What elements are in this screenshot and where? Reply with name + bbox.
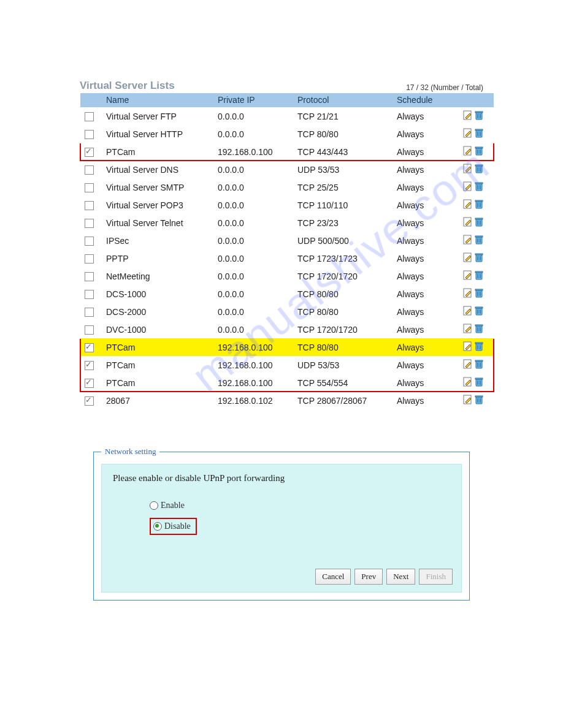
row-schedule: Always [393, 232, 459, 249]
row-checkbox[interactable] [85, 201, 94, 210]
table-row: Virtual Server POP30.0.0.0TCP 110/110Alw… [80, 196, 494, 214]
trash-icon[interactable] [474, 288, 484, 300]
edit-icon[interactable] [463, 252, 473, 264]
table-header-row: Name Private IP Protocol Schedule [80, 93, 494, 107]
row-schedule: Always [393, 143, 459, 161]
row-schedule: Always [393, 320, 459, 338]
radio-disable[interactable] [153, 522, 162, 531]
trash-icon[interactable] [474, 377, 484, 389]
row-checkbox[interactable] [85, 254, 94, 264]
row-schedule: Always [393, 267, 459, 285]
edit-icon[interactable] [463, 324, 473, 335]
col-header-protocol: Protocol [294, 93, 393, 107]
edit-icon[interactable] [463, 128, 473, 140]
row-checkbox[interactable] [85, 148, 94, 157]
row-name: PTCam [102, 374, 214, 392]
virtual-server-count: 17 / 32 (Number / Total) [406, 83, 483, 92]
trash-icon[interactable] [474, 306, 484, 317]
row-checkbox[interactable] [85, 325, 94, 335]
row-protocol: TCP 110/110 [294, 196, 393, 214]
radio-enable-row[interactable]: Enable [150, 501, 450, 510]
trash-icon[interactable] [474, 324, 484, 335]
row-checkbox[interactable] [85, 396, 94, 406]
prev-button[interactable]: Prev [354, 569, 383, 585]
table-row: DCS-20000.0.0.0TCP 80/80Always [80, 303, 494, 320]
row-checkbox[interactable] [85, 308, 94, 317]
table-row: DVC-10000.0.0.0TCP 1720/1720Always [80, 320, 494, 338]
edit-icon[interactable] [463, 341, 473, 353]
edit-icon[interactable] [463, 377, 473, 389]
row-checkbox[interactable] [85, 183, 94, 192]
edit-icon[interactable] [463, 270, 473, 282]
table-row: Virtual Server SMTP0.0.0.0TCP 25/25Alway… [80, 178, 494, 196]
trash-icon[interactable] [474, 128, 484, 140]
edit-icon[interactable] [463, 288, 473, 300]
table-row: Virtual Server Telnet0.0.0.0TCP 23/23Alw… [80, 214, 494, 232]
row-name: DCS-2000 [102, 303, 214, 320]
row-checkbox[interactable] [85, 112, 94, 121]
edit-icon[interactable] [463, 146, 473, 157]
trash-icon[interactable] [474, 164, 484, 175]
row-schedule: Always [393, 125, 459, 143]
table-row: PTCam192.168.0.100TCP 443/443Always [80, 143, 494, 161]
trash-icon[interactable] [474, 395, 484, 406]
edit-icon[interactable] [463, 235, 473, 246]
svg-rect-8 [475, 129, 483, 131]
row-name: Virtual Server DNS [102, 161, 214, 178]
row-checkbox[interactable] [85, 379, 94, 388]
cancel-button[interactable]: Cancel [315, 569, 351, 585]
table-row: NetMeeting0.0.0.0TCP 1720/1720Always [80, 267, 494, 285]
row-protocol: TCP 80/80 [294, 303, 393, 320]
svg-rect-38 [475, 218, 483, 219]
edit-icon[interactable] [463, 181, 473, 193]
row-private-ip: 0.0.0.0 [214, 249, 294, 267]
col-header-name: Name [102, 93, 214, 107]
row-private-ip: 0.0.0.0 [214, 232, 294, 249]
next-button[interactable]: Next [386, 569, 415, 585]
trash-icon[interactable] [474, 341, 484, 353]
edit-icon[interactable] [463, 199, 473, 211]
row-name: NetMeeting [102, 267, 214, 285]
row-checkbox[interactable] [85, 237, 94, 246]
edit-icon[interactable] [463, 164, 473, 175]
network-setting-fieldset: Network setting Please enable or disable… [93, 447, 470, 601]
row-private-ip: 0.0.0.0 [214, 303, 294, 320]
row-protocol: TCP 554/554 [294, 374, 393, 392]
row-name: Virtual Server POP3 [102, 196, 214, 214]
trash-icon[interactable] [474, 199, 484, 211]
edit-icon[interactable] [463, 306, 473, 317]
trash-icon[interactable] [474, 270, 484, 282]
row-checkbox[interactable] [85, 165, 94, 175]
svg-rect-74 [475, 325, 483, 326]
row-schedule: Always [393, 392, 459, 409]
row-checkbox[interactable] [85, 290, 94, 299]
trash-icon[interactable] [474, 217, 484, 229]
trash-icon[interactable] [474, 252, 484, 264]
row-protocol: TCP 25/25 [294, 178, 393, 196]
network-setting-legend: Network setting [101, 447, 159, 457]
svg-rect-56 [475, 271, 483, 273]
row-private-ip: 0.0.0.0 [214, 196, 294, 214]
table-row: Virtual Server DNS0.0.0.0UDP 53/53Always [80, 161, 494, 178]
row-checkbox[interactable] [85, 272, 94, 281]
edit-icon[interactable] [463, 359, 473, 371]
upnp-prompt: Please enable or disable UPnP port forwa… [113, 473, 450, 483]
row-checkbox[interactable] [85, 130, 94, 139]
svg-rect-32 [475, 200, 483, 202]
row-schedule: Always [393, 178, 459, 196]
trash-icon[interactable] [474, 359, 484, 371]
row-checkbox[interactable] [85, 361, 94, 370]
row-schedule: Always [393, 338, 459, 356]
radio-enable-label: Enable [161, 501, 185, 510]
row-checkbox[interactable] [85, 219, 94, 228]
edit-icon[interactable] [463, 217, 473, 229]
edit-icon[interactable] [463, 395, 473, 406]
trash-icon[interactable] [474, 110, 484, 122]
edit-icon[interactable] [463, 110, 473, 122]
radio-enable[interactable] [150, 501, 158, 510]
trash-icon[interactable] [474, 146, 484, 157]
row-checkbox[interactable] [85, 343, 94, 352]
row-protocol: UDP 53/53 [294, 356, 393, 374]
trash-icon[interactable] [474, 181, 484, 193]
trash-icon[interactable] [474, 235, 484, 246]
